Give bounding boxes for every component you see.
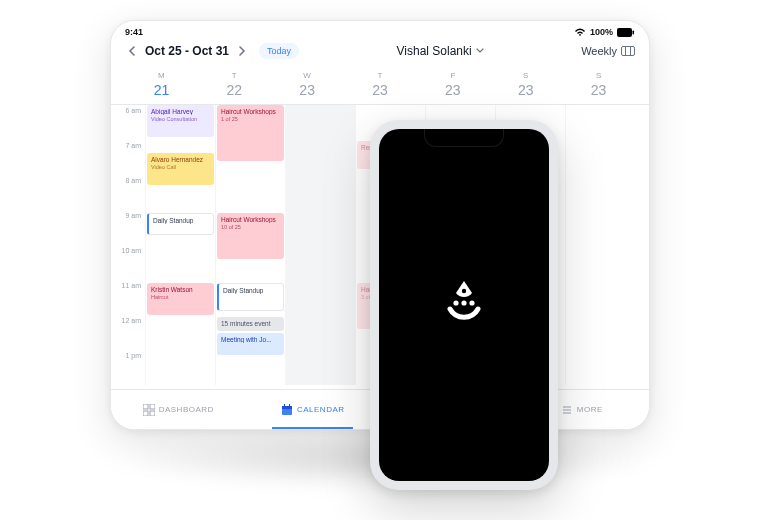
- svg-rect-3: [150, 404, 155, 409]
- svg-point-16: [469, 300, 474, 305]
- columns-icon: [621, 46, 635, 56]
- calendar-event[interactable]: Haircut Workshops10 of 25: [217, 213, 284, 259]
- calendar-event[interactable]: Kristin WatsonHaircut: [147, 283, 214, 315]
- svg-rect-9: [289, 404, 290, 407]
- nav-dashboard[interactable]: DASHBOARD: [111, 390, 246, 429]
- svg-rect-2: [143, 404, 148, 409]
- date-range[interactable]: Oct 25 - Oct 31: [145, 44, 229, 58]
- view-selector[interactable]: Weekly: [581, 45, 635, 57]
- day-col-wed[interactable]: Day off: [285, 105, 355, 385]
- nav-label: DASHBOARD: [159, 405, 214, 414]
- wifi-icon: [574, 28, 586, 37]
- days-header: M21 T22 W23 T23 F23 S23 S23: [111, 67, 649, 105]
- chevron-down-icon: [476, 48, 484, 54]
- next-week-button[interactable]: [235, 44, 249, 58]
- calendar-event[interactable]: Daily Standup: [147, 213, 214, 235]
- day-col-sun[interactable]: [565, 105, 635, 385]
- day-col-mon[interactable]: Abigail HarveyVideo ConsultationAlvaro H…: [145, 105, 215, 385]
- day-col-tue[interactable]: Haircut Workshops1 of 25Haircut Workshop…: [215, 105, 285, 385]
- day-header-sat[interactable]: S23: [489, 67, 562, 104]
- phone-device: [370, 120, 558, 490]
- svg-rect-7: [282, 406, 292, 409]
- prev-week-button[interactable]: [125, 44, 139, 58]
- status-time: 9:41: [125, 27, 143, 37]
- calendar-event[interactable]: Meeting with Jo...: [217, 333, 284, 355]
- dashboard-icon: [143, 404, 155, 416]
- svg-rect-8: [284, 404, 285, 407]
- phone-screen: [379, 129, 549, 481]
- phone-notch: [424, 129, 504, 147]
- battery-percent: 100%: [590, 27, 613, 37]
- svg-rect-5: [150, 411, 155, 416]
- day-header-wed[interactable]: W23: [271, 67, 344, 104]
- svg-rect-1: [633, 30, 635, 34]
- calendar-event[interactable]: Haircut Workshops1 of 25: [217, 105, 284, 161]
- today-button[interactable]: Today: [259, 43, 299, 59]
- calendar-event[interactable]: Abigail HarveyVideo Consultation: [147, 105, 214, 137]
- app-logo-icon: [436, 277, 492, 333]
- svg-rect-0: [617, 28, 632, 37]
- calendar-header: Oct 25 - Oct 31 Today Vishal Solanki Wee…: [111, 39, 649, 67]
- day-header-tue[interactable]: T22: [198, 67, 271, 104]
- menu-icon: [561, 404, 573, 416]
- day-header-sun[interactable]: S23: [562, 67, 635, 104]
- calendar-event[interactable]: Daily Standup: [217, 283, 284, 311]
- view-label: Weekly: [581, 45, 617, 57]
- svg-point-15: [461, 300, 466, 305]
- time-column: 6 am 7 am 8 am 9 am 10 am 11 am 12 am 1 …: [115, 105, 145, 385]
- user-name: Vishal Solanki: [397, 44, 472, 58]
- nav-label: MORE: [577, 405, 603, 414]
- nav-calendar[interactable]: CALENDAR: [246, 390, 381, 429]
- status-bar: 9:41 100%: [111, 21, 649, 39]
- user-selector[interactable]: Vishal Solanki: [397, 44, 484, 58]
- svg-point-13: [462, 289, 466, 293]
- svg-rect-4: [143, 411, 148, 416]
- day-header-fri[interactable]: F23: [416, 67, 489, 104]
- day-header-thu[interactable]: T23: [344, 67, 417, 104]
- nav-label: CALENDAR: [297, 405, 345, 414]
- day-header-mon[interactable]: M21: [125, 67, 198, 104]
- calendar-icon: [281, 404, 293, 416]
- calendar-event[interactable]: 15 minutes event: [217, 317, 284, 331]
- battery-icon: [617, 28, 635, 37]
- calendar-event[interactable]: Alvaro HernandezVideo Call: [147, 153, 214, 185]
- svg-point-14: [453, 300, 458, 305]
